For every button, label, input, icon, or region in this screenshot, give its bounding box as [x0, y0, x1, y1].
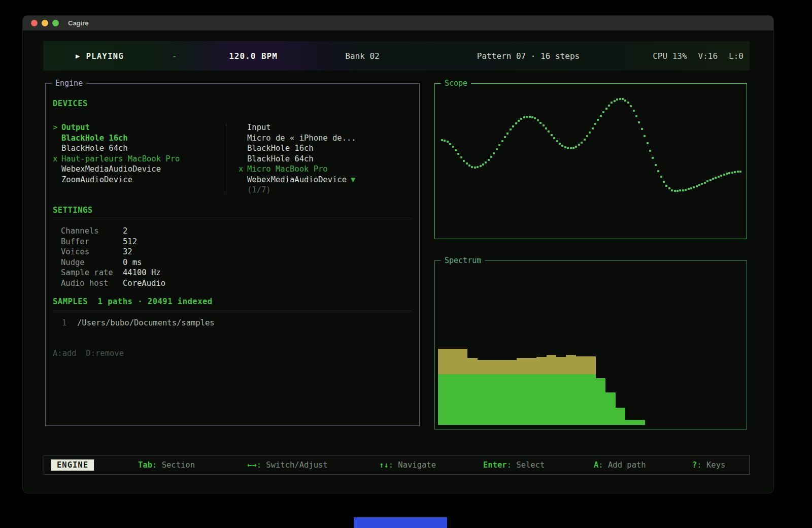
- spectrum-bar-green: [635, 420, 645, 425]
- input-device-item[interactable]: WebexMediaAudioDevice▼: [239, 175, 406, 185]
- engine-panel: Engine DEVICES >Output BlackHole 16ch Bl…: [45, 83, 420, 426]
- device-active-marker: [53, 133, 61, 144]
- spectrum-bars: [438, 263, 743, 425]
- spectrum-bar: [586, 263, 595, 425]
- scope-dot: [655, 164, 657, 166]
- output-device-item[interactable]: WebexMediaAudioDevice: [53, 164, 220, 175]
- scope-dot: [578, 144, 580, 146]
- key-hint-tab: Tab: Section: [138, 460, 195, 470]
- device-columns-divider: [226, 123, 226, 194]
- scope-dot: [518, 120, 520, 122]
- scope-dot: [627, 102, 629, 104]
- scope-dot: [581, 142, 583, 144]
- device-active-marker: x: [239, 164, 247, 175]
- spectrum-bar-green: [438, 374, 448, 425]
- spectrum-bar-green: [517, 374, 526, 425]
- input-device-item[interactable]: BlackHole 64ch: [239, 154, 406, 164]
- close-button[interactable]: [31, 20, 38, 26]
- scope-dot: [490, 156, 492, 158]
- device-label: ZoomAudioDevice: [61, 175, 132, 185]
- scope-dot: [614, 100, 616, 102]
- output-device-item[interactable]: ZoomAudioDevice: [53, 175, 220, 185]
- spectrum-bar: [566, 263, 576, 425]
- scope-dot: [616, 98, 618, 101]
- output-device-item[interactable]: BlackHole 16ch: [53, 133, 220, 144]
- transport-status: ▶ PLAYING: [76, 41, 124, 71]
- window-titlebar: Cagire: [23, 16, 773, 31]
- scope-dot: [510, 128, 512, 130]
- scope-dot: [622, 98, 624, 100]
- scope-dot: [638, 121, 640, 123]
- scope-dot: [559, 143, 561, 145]
- input-header: Input: [239, 122, 406, 133]
- more-items-icon: ▼: [351, 175, 355, 185]
- scope-dot: [512, 125, 514, 127]
- spectrum-bar: [734, 263, 743, 425]
- scope-dot: [630, 105, 632, 107]
- scope-dot: [715, 177, 717, 179]
- spectrum-bar-green: [547, 374, 556, 425]
- device-active-marker: x: [53, 154, 61, 164]
- setting-row[interactable]: Voices32: [61, 247, 165, 257]
- setting-row[interactable]: Audio hostCoreAudio: [61, 278, 165, 289]
- spectrum-bar-green: [458, 374, 467, 425]
- setting-row[interactable]: Sample rate44100 Hz: [61, 268, 165, 278]
- transport-dash: -: [172, 41, 177, 71]
- device-active-marker: [53, 175, 61, 185]
- scope-dot: [701, 183, 703, 185]
- setting-value: 0 ms: [123, 257, 142, 268]
- scope-dot: [676, 190, 679, 192]
- scope-dot: [468, 164, 470, 167]
- spectrum-bar: [487, 263, 497, 425]
- samples-keys-hint: A:add D:remove: [53, 349, 124, 358]
- devices-heading: DEVICES: [53, 99, 88, 108]
- input-device-item[interactable]: Micro de « iPhone de...: [239, 133, 406, 144]
- scope-dot: [726, 173, 728, 175]
- scope-dot: [709, 179, 712, 181]
- status-bar: ENGINE Tab: Section←→: Switch/Adjust↑↓: …: [44, 455, 750, 475]
- scope-dot: [455, 149, 457, 151]
- maximize-button[interactable]: [52, 20, 59, 26]
- scope-dot: [452, 146, 454, 148]
- setting-label: Buffer: [61, 237, 123, 247]
- key-hint-: ↑↓: Navigate: [379, 460, 436, 470]
- scope-dot: [688, 188, 690, 190]
- input-device-item[interactable]: xMicro MacBook Pro: [239, 164, 406, 175]
- scope-dot: [647, 142, 649, 144]
- sample-path-row[interactable]: 1 /Users/bubo/Documents/samples: [62, 318, 215, 327]
- scope-dot: [641, 128, 643, 130]
- spectrum-bar-yellow: [478, 360, 487, 374]
- spectrum-bar-yellow: [448, 349, 457, 374]
- device-label: BlackHole 64ch: [61, 143, 128, 154]
- perf-stats: CPU 13% V:16 L:0: [653, 41, 743, 71]
- hint-colon: :: [389, 460, 393, 470]
- scope-dot: [685, 189, 687, 191]
- setting-row[interactable]: Channels2: [61, 226, 165, 237]
- spectrum-panel: Spectrum: [434, 260, 747, 430]
- spectrum-bar-yellow: [547, 355, 556, 374]
- spectrum-bar-yellow: [556, 357, 566, 374]
- device-label: BlackHole 16ch: [247, 143, 314, 154]
- setting-row[interactable]: Nudge0 ms: [61, 257, 165, 268]
- scope-dot: [671, 189, 673, 191]
- scope-dot: [660, 176, 662, 178]
- spectrum-bar: [576, 263, 586, 425]
- output-device-item[interactable]: BlackHole 64ch: [53, 143, 220, 154]
- device-active-marker: [239, 143, 247, 154]
- hint-desc: Add path: [603, 460, 646, 470]
- spectrum-bar: [438, 263, 448, 425]
- minimize-button[interactable]: [42, 20, 48, 26]
- scope-dot: [605, 108, 607, 110]
- scope-dot: [501, 140, 503, 142]
- scope-dot: [466, 162, 468, 164]
- spectrum-bar: [536, 263, 546, 425]
- scope-dot: [602, 111, 604, 113]
- spectrum-bar-yellow: [467, 358, 477, 374]
- output-device-item[interactable]: xHaut-parleurs MacBook Pro: [53, 154, 220, 164]
- setting-row[interactable]: Buffer512: [61, 237, 165, 247]
- scope-dot: [600, 115, 602, 117]
- input-device-item[interactable]: BlackHole 16ch: [239, 143, 406, 154]
- scope-waveform: [441, 91, 741, 230]
- scope-dot: [696, 185, 698, 187]
- scope-dot: [556, 140, 558, 142]
